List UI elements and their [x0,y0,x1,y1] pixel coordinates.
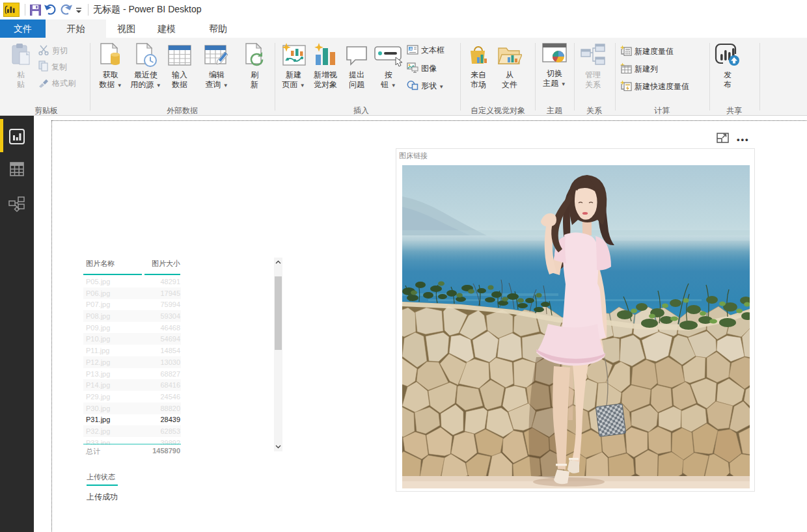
svg-text:A: A [409,47,413,51]
